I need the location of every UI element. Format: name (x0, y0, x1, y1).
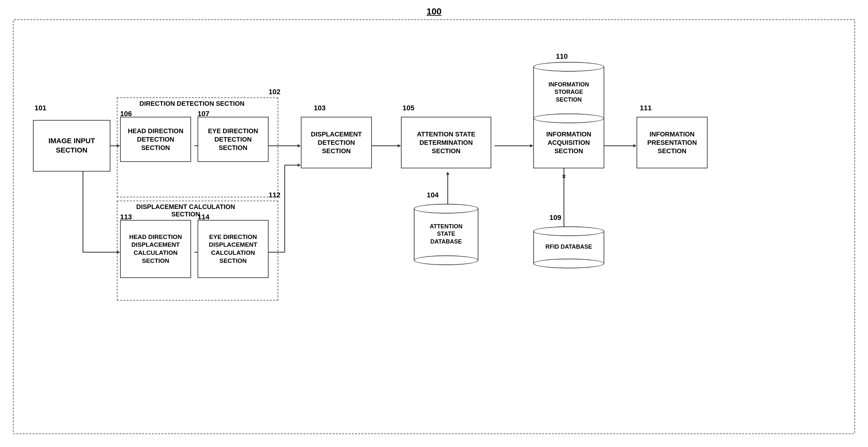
svg-marker-22 (562, 175, 565, 178)
svg-marker-12 (398, 144, 401, 147)
rfid-database-cylinder: RFID DATABASE (533, 227, 604, 268)
ref-109: 109 (549, 213, 561, 222)
figure-number: 100 (426, 6, 442, 17)
image-input-section-box: IMAGE INPUTSECTION (33, 120, 111, 172)
svg-marker-14 (530, 144, 533, 147)
ref-101: 101 (35, 104, 46, 112)
svg-marker-16 (633, 144, 637, 147)
attention-state-database-cylinder: ATTENTIONSTATEDATABASE (414, 204, 478, 265)
displacement-detection-box: DISPLACEMENTDETECTIONSECTION (301, 117, 372, 168)
head-direction-displacement-box: HEAD DIRECTIONDISPLACEMENTCALCULATIONSEC… (120, 220, 191, 278)
ref-110: 110 (556, 52, 568, 61)
direction-detection-label: DIRECTION DETECTION SECTION (140, 100, 245, 107)
diagram-container: 101 IMAGE INPUTSECTION DIRECTION DETECTI… (13, 19, 855, 434)
information-acquisition-box: INFORMATIONACQUISITIONSECTION (533, 117, 604, 168)
svg-marker-6 (298, 144, 301, 147)
svg-marker-24 (562, 175, 565, 178)
eye-direction-detection-box: EYE DIRECTIONDETECTIONSECTION (197, 117, 269, 162)
ref-104: 104 (427, 191, 439, 199)
information-storage-cylinder: INFORMATIONSTORAGESECTION (533, 62, 604, 123)
svg-marker-18 (446, 172, 450, 175)
information-presentation-box: INFORMATIONPRESENTATIONSECTION (637, 117, 708, 168)
attention-state-determination-box: ATTENTION STATEDETERMINATIONSECTION (401, 117, 491, 168)
ref-105: 105 (403, 104, 414, 112)
eye-direction-displacement-box: EYE DIRECTIONDISPLACEMENTCALCULATIONSECT… (197, 220, 269, 278)
head-direction-detection-box: HEAD DIRECTIONDETECTIONSECTION (120, 117, 191, 162)
ref-111: 111 (640, 104, 652, 112)
ref-103: 103 (314, 104, 326, 112)
ref-102: 102 (269, 88, 280, 96)
svg-marker-10 (298, 164, 301, 167)
ref-112: 112 (269, 191, 280, 199)
displacement-calc-label: DISPLACEMENT CALCULATIONSECTION (136, 203, 235, 218)
